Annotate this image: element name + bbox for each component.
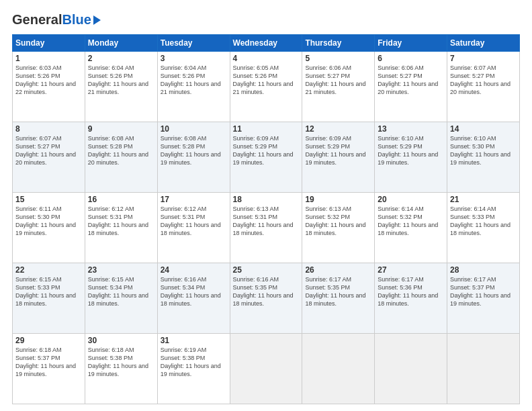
day-number: 16 <box>88 195 154 204</box>
day-number: 11 <box>233 124 300 134</box>
day-number: 10 <box>161 124 227 134</box>
calendar-day-cell: 24Sunrise: 6:16 AMSunset: 5:34 PMDayligh… <box>157 263 230 334</box>
calendar-day-cell: 2Sunrise: 6:04 AMSunset: 5:26 PMDaylight… <box>85 52 157 122</box>
day-number: 23 <box>88 265 154 275</box>
day-info: Sunrise: 6:16 AMSunset: 5:35 PMDaylight:… <box>233 276 294 307</box>
day-info: Sunrise: 6:09 AMSunset: 5:29 PMDaylight:… <box>233 135 294 166</box>
day-info: Sunrise: 6:15 AMSunset: 5:33 PMDaylight:… <box>15 276 76 307</box>
day-number: 20 <box>378 195 444 204</box>
empty-cell <box>230 334 302 404</box>
day-info: Sunrise: 6:15 AMSunset: 5:34 PMDaylight:… <box>88 276 148 307</box>
calendar-table: SundayMondayTuesdayWednesdayThursdayFrid… <box>12 34 520 404</box>
day-info: Sunrise: 6:14 AMSunset: 5:32 PMDaylight:… <box>378 205 438 236</box>
calendar-day-cell: 13Sunrise: 6:10 AMSunset: 5:29 PMDayligh… <box>375 122 447 193</box>
day-number: 24 <box>161 265 227 275</box>
day-number: 21 <box>450 195 517 204</box>
logo: GeneralBlue <box>12 12 101 28</box>
calendar-day-cell: 6Sunrise: 6:06 AMSunset: 5:27 PMDaylight… <box>375 52 447 122</box>
day-number: 25 <box>233 265 300 275</box>
day-number: 3 <box>161 54 227 63</box>
day-info: Sunrise: 6:17 AMSunset: 5:36 PMDaylight:… <box>378 276 438 307</box>
weekday-header: Sunday <box>13 35 85 52</box>
day-number: 12 <box>305 124 371 134</box>
calendar-day-cell: 9Sunrise: 6:08 AMSunset: 5:28 PMDaylight… <box>85 122 157 193</box>
day-number: 29 <box>15 336 82 345</box>
calendar-day-cell: 3Sunrise: 6:04 AMSunset: 5:26 PMDaylight… <box>157 52 230 122</box>
day-number: 17 <box>161 195 227 204</box>
empty-cell <box>302 334 375 404</box>
day-info: Sunrise: 6:19 AMSunset: 5:38 PMDaylight:… <box>161 347 221 377</box>
day-info: Sunrise: 6:13 AMSunset: 5:32 PMDaylight:… <box>305 205 365 236</box>
calendar-day-cell: 18Sunrise: 6:13 AMSunset: 5:31 PMDayligh… <box>230 193 302 263</box>
day-number: 27 <box>378 265 444 275</box>
day-number: 31 <box>161 336 227 345</box>
day-info: Sunrise: 6:11 AMSunset: 5:30 PMDaylight:… <box>15 205 76 236</box>
weekday-header: Monday <box>85 35 157 52</box>
calendar-day-cell: 17Sunrise: 6:12 AMSunset: 5:31 PMDayligh… <box>157 193 230 263</box>
empty-cell <box>375 334 447 404</box>
day-info: Sunrise: 6:05 AMSunset: 5:26 PMDaylight:… <box>233 64 294 95</box>
logo-arrow-icon <box>93 15 101 25</box>
calendar-day-cell: 23Sunrise: 6:15 AMSunset: 5:34 PMDayligh… <box>85 263 157 334</box>
header: GeneralBlue <box>12 12 520 28</box>
weekday-header: Saturday <box>447 35 520 52</box>
day-info: Sunrise: 6:12 AMSunset: 5:31 PMDaylight:… <box>88 205 148 236</box>
day-info: Sunrise: 6:10 AMSunset: 5:30 PMDaylight:… <box>450 135 511 166</box>
day-info: Sunrise: 6:13 AMSunset: 5:31 PMDaylight:… <box>233 205 294 236</box>
day-info: Sunrise: 6:07 AMSunset: 5:27 PMDaylight:… <box>450 64 511 95</box>
calendar-day-cell: 11Sunrise: 6:09 AMSunset: 5:29 PMDayligh… <box>230 122 302 193</box>
calendar-day-cell: 29Sunrise: 6:18 AMSunset: 5:37 PMDayligh… <box>13 334 85 404</box>
weekday-header: Wednesday <box>230 35 302 52</box>
calendar-day-cell: 30Sunrise: 6:18 AMSunset: 5:38 PMDayligh… <box>85 334 157 404</box>
day-number: 9 <box>88 124 154 134</box>
calendar-day-cell: 16Sunrise: 6:12 AMSunset: 5:31 PMDayligh… <box>85 193 157 263</box>
day-number: 7 <box>450 54 517 63</box>
day-number: 6 <box>378 54 444 63</box>
day-info: Sunrise: 6:09 AMSunset: 5:29 PMDaylight:… <box>305 135 365 166</box>
day-info: Sunrise: 6:06 AMSunset: 5:27 PMDaylight:… <box>378 64 438 95</box>
calendar-day-cell: 31Sunrise: 6:19 AMSunset: 5:38 PMDayligh… <box>157 334 230 404</box>
day-number: 2 <box>88 54 154 63</box>
calendar-day-cell: 22Sunrise: 6:15 AMSunset: 5:33 PMDayligh… <box>13 263 85 334</box>
day-number: 13 <box>378 124 444 134</box>
day-number: 4 <box>233 54 300 63</box>
day-info: Sunrise: 6:08 AMSunset: 5:28 PMDaylight:… <box>88 135 148 166</box>
day-number: 22 <box>15 265 82 275</box>
day-number: 18 <box>233 195 300 204</box>
calendar-day-cell: 12Sunrise: 6:09 AMSunset: 5:29 PMDayligh… <box>302 122 375 193</box>
day-number: 1 <box>15 54 82 63</box>
day-info: Sunrise: 6:07 AMSunset: 5:27 PMDaylight:… <box>15 135 76 166</box>
calendar-day-cell: 8Sunrise: 6:07 AMSunset: 5:27 PMDaylight… <box>13 122 85 193</box>
day-number: 8 <box>15 124 82 134</box>
day-number: 19 <box>305 195 371 204</box>
day-info: Sunrise: 6:16 AMSunset: 5:34 PMDaylight:… <box>161 276 221 307</box>
day-info: Sunrise: 6:17 AMSunset: 5:37 PMDaylight:… <box>450 276 511 307</box>
day-info: Sunrise: 6:17 AMSunset: 5:35 PMDaylight:… <box>305 276 365 307</box>
calendar-day-cell: 15Sunrise: 6:11 AMSunset: 5:30 PMDayligh… <box>13 193 85 263</box>
calendar-day-cell: 19Sunrise: 6:13 AMSunset: 5:32 PMDayligh… <box>302 193 375 263</box>
day-info: Sunrise: 6:18 AMSunset: 5:37 PMDaylight:… <box>15 347 76 377</box>
calendar-day-cell: 1Sunrise: 6:03 AMSunset: 5:26 PMDaylight… <box>13 52 85 122</box>
weekday-header: Friday <box>375 35 447 52</box>
day-number: 30 <box>88 336 154 345</box>
day-info: Sunrise: 6:18 AMSunset: 5:38 PMDaylight:… <box>88 347 148 377</box>
day-info: Sunrise: 6:10 AMSunset: 5:29 PMDaylight:… <box>378 135 438 166</box>
calendar-day-cell: 7Sunrise: 6:07 AMSunset: 5:27 PMDaylight… <box>447 52 520 122</box>
weekday-header: Tuesday <box>157 35 230 52</box>
day-number: 26 <box>305 265 371 275</box>
logo-text: GeneralBlue <box>12 12 91 28</box>
day-info: Sunrise: 6:14 AMSunset: 5:33 PMDaylight:… <box>450 205 511 236</box>
calendar-day-cell: 21Sunrise: 6:14 AMSunset: 5:33 PMDayligh… <box>447 193 520 263</box>
calendar-day-cell: 27Sunrise: 6:17 AMSunset: 5:36 PMDayligh… <box>375 263 447 334</box>
day-number: 28 <box>450 265 517 275</box>
empty-cell <box>447 334 520 404</box>
calendar-day-cell: 26Sunrise: 6:17 AMSunset: 5:35 PMDayligh… <box>302 263 375 334</box>
page: GeneralBlue SundayMondayTuesdayWednesday… <box>0 0 532 411</box>
day-info: Sunrise: 6:04 AMSunset: 5:26 PMDaylight:… <box>161 64 221 95</box>
calendar-day-cell: 5Sunrise: 6:06 AMSunset: 5:27 PMDaylight… <box>302 52 375 122</box>
day-info: Sunrise: 6:08 AMSunset: 5:28 PMDaylight:… <box>161 135 221 166</box>
day-info: Sunrise: 6:03 AMSunset: 5:26 PMDaylight:… <box>15 64 76 95</box>
day-number: 15 <box>15 195 82 204</box>
calendar-day-cell: 10Sunrise: 6:08 AMSunset: 5:28 PMDayligh… <box>157 122 230 193</box>
day-number: 14 <box>450 124 517 134</box>
